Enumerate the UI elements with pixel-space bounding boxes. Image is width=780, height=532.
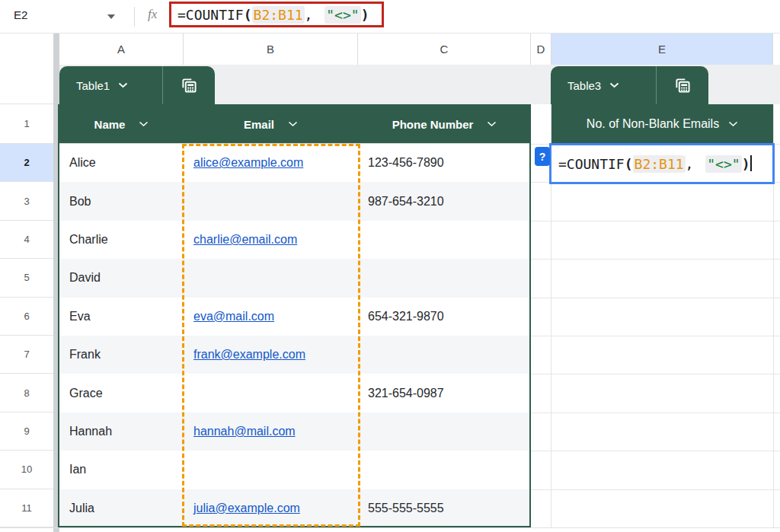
gridline (59, 143, 531, 144)
row-header-9[interactable]: 9 (0, 413, 53, 451)
email-link[interactable]: frank@example.com (193, 348, 305, 362)
row-header-2[interactable]: 2 (0, 144, 53, 182)
name-box[interactable]: E2 (14, 8, 27, 21)
chevron-down-icon[interactable] (118, 82, 128, 88)
cell-name[interactable]: Eva (59, 298, 184, 336)
cell-email[interactable]: hannah@mail.com (184, 413, 358, 451)
cell-phone[interactable] (358, 336, 531, 374)
gridline (531, 336, 780, 336)
cell-name[interactable]: Ian (59, 451, 184, 489)
row-header-8[interactable]: 8 (0, 374, 53, 412)
cell-email[interactable] (184, 374, 358, 412)
email-link[interactable]: eva@mail.com (193, 310, 274, 323)
cell-email[interactable]: eva@mail.com (184, 298, 358, 336)
table-menu-button[interactable] (657, 75, 708, 96)
email-link[interactable]: hannah@mail.com (193, 425, 296, 438)
table-row: Frankfrank@example.com (59, 336, 531, 374)
row-header-7[interactable]: 7 (0, 336, 53, 374)
cell-name[interactable]: Julia (59, 489, 184, 527)
gridline (531, 221, 780, 221)
table1-tab[interactable]: Table1 (59, 66, 215, 104)
cell-email[interactable] (184, 259, 358, 297)
chevron-down-icon (728, 121, 738, 127)
column-header-A[interactable]: A (59, 33, 184, 65)
gridline (0, 527, 780, 528)
table-icon (179, 75, 200, 96)
table3-header-label: No. of Non-Blank Emails (587, 117, 719, 131)
gridline (531, 374, 780, 374)
cell-name[interactable]: Hannah (59, 413, 184, 451)
table1-header-row: NameEmailPhone Number (59, 104, 531, 144)
table1-border-bottom (58, 526, 531, 527)
cell-name[interactable]: Frank (59, 336, 184, 374)
cell-phone[interactable] (358, 259, 531, 297)
cell-name[interactable]: David (59, 259, 184, 297)
table3-header-cell[interactable]: No. of Non-Blank Emails (551, 104, 773, 144)
cell-name[interactable]: Charlie (59, 221, 184, 259)
cell-phone[interactable]: 987-654-3210 (358, 182, 531, 220)
row-header-5[interactable]: 5 (0, 259, 53, 297)
header-label: Email (244, 118, 274, 131)
column-header-partial[interactable] (773, 33, 780, 65)
cell-email[interactable] (184, 182, 358, 220)
cell-phone[interactable]: 321-654-0987 (358, 374, 531, 412)
table1-header-email[interactable]: Email (184, 104, 358, 144)
gridline (531, 451, 780, 451)
chevron-down-icon[interactable] (609, 82, 619, 88)
column-header-E[interactable]: E (551, 33, 773, 65)
table1-border-left (58, 104, 59, 527)
cell-e2-editing[interactable]: =COUNTIF(B2:B11, "<>") (549, 143, 775, 184)
cell-name[interactable]: Alice (59, 144, 184, 182)
cell-name[interactable]: Grace (59, 374, 184, 412)
formula-token-plain: =COUNTIF (558, 156, 625, 172)
cell-phone[interactable]: 123-456-7890 (358, 144, 531, 182)
row-header-3[interactable]: 3 (0, 182, 53, 220)
cell-name[interactable]: Bob (59, 182, 184, 220)
column-header-C[interactable]: C (358, 33, 531, 65)
cell-phone[interactable] (358, 221, 531, 259)
cell-email[interactable]: julia@example.com (184, 489, 358, 527)
table-tab-band: Table1 Table3 (59, 65, 780, 104)
table3-tab-label: Table3 (567, 79, 601, 92)
cell-email[interactable] (184, 451, 358, 489)
email-link[interactable]: charlie@email.com (193, 233, 297, 247)
row-header-6[interactable]: 6 (0, 298, 53, 336)
cell-email[interactable]: alice@example.com (184, 144, 358, 182)
name-box-dropdown-icon[interactable] (107, 14, 115, 19)
formula-input[interactable]: =COUNTIF(B2:B11, "<>") (169, 2, 384, 27)
row-header-10[interactable]: 10 (0, 451, 53, 489)
formula-token-paren: ) (742, 156, 750, 172)
cell-email[interactable]: frank@example.com (184, 336, 358, 374)
chevron-down-icon (139, 121, 149, 127)
email-link[interactable]: alice@example.com (193, 156, 303, 170)
table3-tab[interactable]: Table3 (551, 66, 708, 104)
table1-header-name[interactable]: Name (59, 104, 184, 144)
row-header-4[interactable]: 4 (0, 221, 53, 259)
cell-phone[interactable]: 654-321-9870 (358, 298, 531, 336)
formula-token-plain: , (686, 156, 702, 172)
row-header-11[interactable]: 11 (0, 489, 53, 527)
column-header-B[interactable]: B (184, 33, 358, 65)
select-all-corner[interactable] (0, 33, 53, 65)
chevron-down-icon (487, 121, 497, 127)
gridline (531, 489, 780, 490)
row-header-1[interactable]: 1 (0, 104, 53, 144)
cell-phone[interactable] (358, 413, 531, 451)
email-link[interactable]: julia@example.com (193, 502, 300, 515)
table-menu-button[interactable] (163, 75, 215, 96)
formula-help-badge[interactable]: ? (535, 147, 550, 166)
formula-token-string: "<>" (324, 6, 360, 24)
cell-phone[interactable] (358, 451, 531, 489)
formula-token-paren: ( (625, 156, 633, 172)
table1-header-phone-number[interactable]: Phone Number (358, 104, 531, 144)
cell-formula-text: =COUNTIF(B2:B11, "<>") (558, 155, 752, 172)
table-row: Juliajulia@example.com555-555-5555 (59, 489, 531, 527)
cell-phone[interactable]: 555-555-5555 (358, 489, 531, 527)
table1-tab-label: Table1 (76, 79, 110, 92)
table1-body: Alicealice@example.com123-456-7890Bob987… (59, 144, 531, 527)
formula-token-paren: ) (361, 7, 369, 23)
table-row: Bob987-654-3210 (59, 182, 531, 220)
table-row: David (59, 259, 531, 297)
cell-email[interactable]: charlie@email.com (184, 221, 358, 259)
column-header-D[interactable]: D (531, 33, 551, 65)
